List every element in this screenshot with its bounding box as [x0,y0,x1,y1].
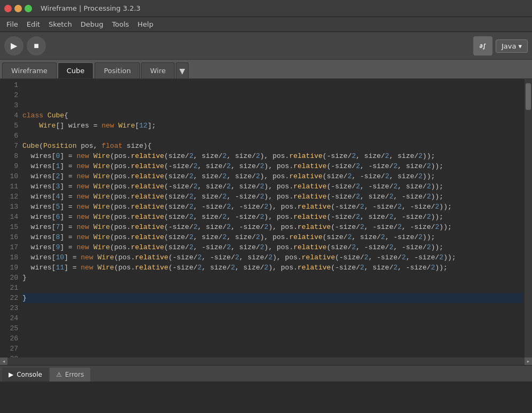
code-line-8: wires[3] = new Wire(pos.relative(-size/2… [22,181,522,192]
code-content[interactable]: class Cube{ Wire[] wires = new Wire[12];… [20,79,525,358]
stop-button[interactable]: ■ [27,36,46,55]
code-line-15: wires[10] = new Wire(pos.relative(-size/… [22,252,522,263]
code-line-13: wires[8] = new Wire(pos.relative(size/2,… [22,232,522,242]
line-number-3: 3 [0,100,18,110]
error-icon: ⚠ [56,371,62,378]
line-number-26: 26 [0,333,18,344]
bottom-content [0,382,532,413]
code-line-17: } [22,273,522,283]
scrollbar-h-track[interactable] [7,358,525,365]
tab-position[interactable]: Position [95,62,140,78]
tabs-bar: Wireframe Cube Position Wire ▼ [0,60,532,79]
line-number-20: 20 [0,273,18,283]
line-number-18: 18 [0,252,18,263]
line-number-10: 10 [0,171,18,181]
code-line-22 [22,323,522,333]
code-line-14: wires[9] = new Wire(pos.relative(size/2,… [22,242,522,252]
tab-more-button[interactable]: ▼ [176,62,189,78]
code-line-20 [22,303,522,313]
line-number-17: 17 [0,242,18,252]
console-icon: ▶ [9,371,13,378]
editor-container: 1234567891011121314151617181920212223242… [0,79,532,358]
menu-file[interactable]: File [2,19,22,29]
scroll-left-button[interactable]: ◂ [0,358,7,365]
play-button[interactable]: ▶ [4,36,24,55]
menu-sketch[interactable]: Sketch [44,19,76,29]
line-number-14: 14 [0,212,18,222]
line-numbers: 1234567891011121314151617181920212223242… [0,79,20,358]
code-line-1: class Cube{ [22,110,522,121]
code-line-25 [22,354,522,358]
menu-edit[interactable]: Edit [22,19,44,29]
line-number-24: 24 [0,313,18,323]
line-number-4: 4 [0,110,18,121]
maximize-button[interactable] [25,5,32,12]
line-number-5: 5 [0,121,18,131]
tab-wireframe[interactable]: Wireframe [2,62,57,78]
line-number-23: 23 [0,303,18,313]
tab-cube[interactable]: Cube [58,62,94,78]
line-number-19: 19 [0,263,18,273]
code-line-16: wires[11] = new Wire(pos.relative(-size/… [22,263,522,273]
bottom-area: ▶ Console ⚠ Errors [0,365,532,413]
line-number-25: 25 [0,323,18,333]
line-number-11: 11 [0,181,18,192]
menu-bar: File Edit Sketch Debug Tools Help [0,17,532,32]
line-number-27: 27 [0,344,18,354]
code-line-12: wires[7] = new Wire(pos.relative(-size/2… [22,222,522,232]
scrollbar-thumb[interactable] [526,83,531,110]
menu-debug[interactable]: Debug [76,19,108,29]
code-line-21 [22,313,522,323]
code-line-10: wires[5] = new Wire(pos.relative(size/2,… [22,202,522,212]
line-number-16: 16 [0,232,18,242]
line-number-28: 28 [0,354,18,358]
code-line-3 [22,131,522,141]
bb-icon[interactable]: ∂∫ [473,36,492,55]
line-number-1: 1 [0,80,18,90]
code-line-18 [22,283,522,293]
line-number-22: 22 [0,293,18,303]
java-area: ∂∫ Java ▾ [473,36,528,55]
bottom-tabs: ▶ Console ⚠ Errors [0,366,532,382]
code-line-19: } [22,293,522,303]
line-number-21: 21 [0,283,18,293]
close-button[interactable] [4,5,12,12]
code-line-2: Wire[] wires = new Wire[12]; [22,121,522,131]
title-bar: Wireframe | Processing 3.2.3 [0,0,532,17]
tab-console[interactable]: ▶ Console [2,368,49,382]
java-dropdown[interactable]: Java ▾ [496,39,528,53]
line-number-12: 12 [0,192,18,202]
scroll-right-button[interactable]: ▸ [525,358,532,365]
menu-help[interactable]: Help [134,19,158,29]
line-number-13: 13 [0,202,18,212]
code-line-9: wires[4] = new Wire(pos.relative(size/2,… [22,192,522,202]
line-number-2: 2 [0,90,18,100]
code-line-6: wires[1] = new Wire(pos.relative(-size/2… [22,161,522,171]
tab-errors[interactable]: ⚠ Errors [50,368,90,382]
tab-wire[interactable]: Wire [141,62,175,78]
code-line-4: Cube(Position pos, float size){ [22,141,522,151]
window-controls [4,5,32,12]
code-line-24 [22,344,522,354]
horizontal-scrollbar[interactable]: ◂ ▸ [0,358,532,365]
line-number-7: 7 [0,141,18,151]
window-title: Wireframe | Processing 3.2.3 [41,4,140,12]
vertical-scrollbar[interactable] [525,79,532,358]
minimize-button[interactable] [14,5,22,12]
code-line-23 [22,333,522,344]
line-number-8: 8 [0,151,18,161]
menu-tools[interactable]: Tools [108,19,134,29]
chevron-down-icon: ▾ [518,42,522,50]
code-line-7: wires[2] = new Wire(pos.relative(size/2,… [22,171,522,181]
toolbar: ▶ ■ ∂∫ Java ▾ [0,32,532,60]
code-line-11: wires[6] = new Wire(pos.relative(size/2,… [22,212,522,222]
line-number-6: 6 [0,131,18,141]
code-line-5: wires[0] = new Wire(pos.relative(size/2,… [22,151,522,161]
line-number-9: 9 [0,161,18,171]
code-area[interactable]: class Cube{ Wire[] wires = new Wire[12];… [20,79,525,358]
line-number-15: 15 [0,222,18,232]
